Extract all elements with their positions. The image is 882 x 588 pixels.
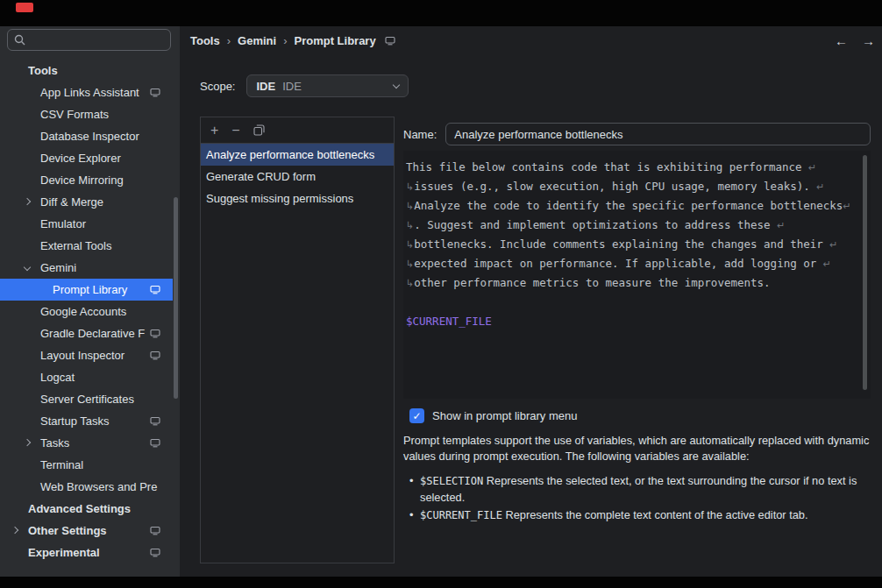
editor-line: ↳bottlenecks. Include comments explainin…	[406, 235, 858, 254]
settings-window: ToolsApp Links AssistantCSV FormatsDatab…	[0, 0, 882, 588]
variable-name: $CURRENT_FILE	[420, 509, 502, 521]
chevron-right-icon[interactable]	[24, 198, 31, 205]
sidebar-item-label: Tasks	[40, 436, 69, 450]
soft-wrap-icon: ↳	[406, 278, 414, 289]
scope-dropdown[interactable]: IDE IDE	[246, 74, 409, 97]
remove-button[interactable]: −	[231, 124, 239, 138]
sidebar-item-logcat[interactable]: Logcat	[0, 366, 173, 388]
sidebar-item-label: Gradle Declarative F	[40, 327, 145, 340]
sidebar-item-terminal[interactable]: Terminal	[0, 454, 173, 476]
sidebar-item-label: Startup Tasks	[40, 414, 110, 428]
settings-search-box[interactable]	[7, 29, 171, 51]
chevron-down-icon	[393, 81, 400, 88]
name-row: Name:	[403, 123, 871, 145]
monitor-icon	[150, 285, 160, 294]
variable-name: $SELECTION	[420, 475, 483, 487]
sidebar-item-tools[interactable]: Tools	[0, 60, 173, 81]
sidebar-item-other-settings[interactable]: Other Settings	[0, 520, 173, 542]
sidebar-item-label: Advanced Settings	[28, 502, 131, 515]
search-input[interactable]	[30, 33, 164, 46]
sidebar-item-csv-formats[interactable]: CSV Formats	[0, 103, 173, 125]
show-in-menu-checkbox[interactable]: ✓	[409, 408, 424, 423]
prompt-list-item-suggest-missing-permissions[interactable]: Suggest missing permissions	[201, 188, 394, 209]
sidebar-item-database-inspector[interactable]: Database Inspector	[0, 125, 173, 147]
sidebar-item-label: Device Mirroring	[40, 174, 124, 187]
sidebar-item-label: Other Settings	[28, 524, 107, 537]
chevron-down-icon[interactable]	[24, 264, 31, 271]
sidebar-item-tasks[interactable]: Tasks	[0, 432, 173, 454]
prompt-list: Analyze performance bottlenecksGenerate …	[201, 144, 394, 209]
sidebar-item-label: Database Inspector	[40, 130, 139, 143]
recording-indicator	[16, 3, 33, 12]
prompt-list-item-generate-crud-form[interactable]: Generate CRUD form	[201, 166, 394, 188]
soft-wrap-icon: ↵	[829, 239, 837, 251]
soft-wrap-icon: ↳	[406, 239, 414, 251]
scope-hint: IDE	[282, 80, 302, 93]
sidebar-item-label: Logcat	[40, 371, 75, 384]
monitor-icon	[150, 329, 160, 338]
variables-list: $SELECTION Represents the selected text,…	[409, 473, 874, 527]
soft-wrap-icon: ↳	[406, 259, 414, 270]
editor-line: ↳. Suggest and implement optimizations t…	[406, 216, 858, 235]
sidebar-item-server-certificates[interactable]: Server Certificates	[0, 388, 173, 410]
sidebar-item-device-mirroring[interactable]: Device Mirroring	[0, 169, 173, 191]
check-icon: ✓	[412, 411, 421, 422]
duplicate-button[interactable]	[253, 124, 265, 136]
back-button[interactable]: ←	[835, 33, 848, 48]
scope-value: IDE	[256, 80, 275, 93]
prompt-list-toolbar: + −	[201, 117, 394, 144]
settings-sidebar: ToolsApp Links AssistantCSV FormatsDatab…	[0, 26, 180, 577]
sidebar-item-label: Gemini	[40, 261, 76, 274]
monitor-icon	[150, 526, 160, 535]
sidebar-item-layout-inspector[interactable]: Layout Inspector	[0, 344, 173, 366]
sidebar-scrollbar[interactable]	[174, 197, 178, 399]
soft-wrap-icon: ↳	[406, 201, 414, 212]
sidebar-item-label: App Links Assistant	[40, 86, 139, 99]
soft-wrap-icon: ↵	[777, 220, 785, 231]
sidebar-item-gemini[interactable]: Gemini	[0, 257, 173, 279]
settings-content: Tools›Gemini›Prompt Library ← → Scope: I…	[180, 26, 882, 577]
sidebar-item-diff-merge[interactable]: Diff & Merge	[0, 191, 173, 213]
top-bar	[0, 0, 882, 26]
sidebar-item-gradle-declarative-f[interactable]: Gradle Declarative F	[0, 322, 173, 344]
prompt-text-editor[interactable]: This file below contains code that is ex…	[403, 151, 871, 399]
chevron-right-icon[interactable]	[24, 439, 31, 446]
soft-wrap-icon: ↵	[808, 162, 816, 174]
add-button[interactable]: +	[210, 124, 218, 138]
monitor-icon	[150, 438, 160, 448]
editor-scrollbar[interactable]	[863, 155, 867, 390]
sidebar-item-google-accounts[interactable]: Google Accounts	[0, 301, 173, 322]
sidebar-item-label: Web Browsers and Pre	[40, 480, 157, 493]
editor-line: This file below contains code that is ex…	[406, 158, 858, 177]
sidebar-item-label: Server Certificates	[40, 393, 134, 406]
breadcrumb-item-tools[interactable]: Tools	[190, 34, 220, 47]
sidebar-item-label: Experimental	[28, 546, 100, 559]
sidebar-item-web-browsers-and-pre[interactable]: Web Browsers and Pre	[0, 476, 173, 498]
scope-row: Scope: IDE IDE	[200, 74, 409, 97]
sidebar-item-label: Tools	[28, 64, 58, 77]
sidebar-item-label: Emulator	[40, 217, 86, 230]
sidebar-item-label: Prompt Library	[53, 283, 127, 296]
breadcrumb: Tools›Gemini›Prompt Library	[190, 26, 395, 54]
prompt-list-item-analyze-performance-bottlenecks[interactable]: Analyze performance bottlenecks	[201, 144, 394, 166]
name-input[interactable]	[445, 123, 871, 145]
breadcrumb-item-prompt-library[interactable]: Prompt Library	[294, 34, 375, 47]
chevron-right-icon[interactable]	[11, 527, 18, 534]
forward-button[interactable]: →	[862, 33, 875, 48]
sidebar-item-app-links-assistant[interactable]: App Links Assistant	[0, 81, 173, 103]
sidebar-item-advanced-settings[interactable]: Advanced Settings	[0, 498, 173, 520]
editor-line: ↳issues (e.g., slow execution, high CPU …	[406, 177, 858, 196]
sidebar-item-emulator[interactable]: Emulator	[0, 213, 173, 235]
settings-tree: ToolsApp Links AssistantCSV FormatsDatab…	[0, 60, 173, 563]
sidebar-item-external-tools[interactable]: External Tools	[0, 235, 173, 257]
sidebar-item-prompt-library[interactable]: Prompt Library	[0, 279, 173, 301]
sidebar-item-device-explorer[interactable]: Device Explorer	[0, 147, 173, 169]
sidebar-item-experimental[interactable]: Experimental	[0, 542, 173, 563]
sidebar-item-label: External Tools	[40, 239, 111, 252]
sidebar-item-label: Device Explorer	[40, 152, 121, 165]
prompt-list-panel: + − Analyze performance bottlenecksGener…	[200, 117, 395, 563]
history-nav: ← →	[835, 26, 875, 54]
sidebar-item-startup-tasks[interactable]: Startup Tasks	[0, 410, 173, 432]
variable-item-current-file: $CURRENT_FILE Represents the complete te…	[409, 507, 874, 524]
breadcrumb-item-gemini[interactable]: Gemini	[238, 34, 276, 47]
